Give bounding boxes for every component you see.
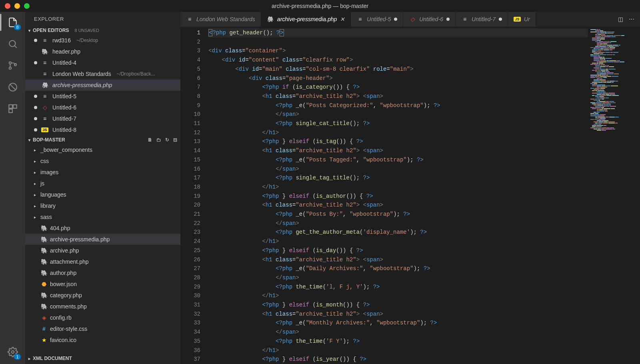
new-file-icon[interactable]: 🗎 <box>148 137 152 143</box>
folder-item[interactable]: ▸js <box>25 178 180 189</box>
editor-tab[interactable]: ≡Untitled-5 <box>351 12 403 27</box>
open-editor-item[interactable]: ≡Untitled-4 <box>25 57 180 68</box>
modified-dot <box>34 106 37 109</box>
open-editor-item[interactable]: JSUntitled-8 <box>25 124 180 135</box>
file-name: Untitled-8 <box>52 127 76 133</box>
modified-dot <box>394 18 397 21</box>
file-name: comments.php <box>50 303 87 310</box>
open-editor-item[interactable]: 🐘archive-pressmedia.php <box>25 80 180 91</box>
file-item[interactable]: ◈config.rb <box>25 312 180 323</box>
debug-activity[interactable] <box>6 81 19 93</box>
file-name: header.php <box>52 48 80 55</box>
chevron-right-icon: ▸ <box>28 356 30 361</box>
editor-tab[interactable]: ≡Untitled-7 <box>456 12 508 27</box>
file-name: archive.php <box>50 247 79 254</box>
chevron-right-icon: ▸ <box>34 170 38 175</box>
new-folder-icon[interactable]: 🗀 <box>156 137 161 143</box>
search-activity[interactable] <box>6 38 19 50</box>
chevron-right-icon: ▸ <box>34 215 38 219</box>
xml-document-header[interactable]: ▸ XML DOCUMENT <box>25 353 180 364</box>
folder-item[interactable]: ▸sass <box>25 211 180 223</box>
svg-rect-7 <box>9 105 12 108</box>
minimize-window-button[interactable] <box>14 3 20 9</box>
debug-icon <box>8 82 18 92</box>
sidebar: EXPLORER ▾ OPEN EDITORS 8 UNSAVED ≡rwd31… <box>25 12 180 364</box>
refresh-icon[interactable]: ↻ <box>165 137 169 143</box>
file-name: 404.php <box>50 225 70 231</box>
chevron-down-icon: ▾ <box>28 138 30 142</box>
folder-name: languages <box>40 191 66 198</box>
folder-item[interactable]: ▸images <box>25 167 180 178</box>
file-item[interactable]: 🐘category.php <box>25 290 180 301</box>
modified-dot <box>499 18 502 21</box>
editor-tab[interactable]: ≡London Web Standards <box>180 12 261 27</box>
project-header[interactable]: ▾ BOP-MASTER 🗎 🗀 ↻ ⊟ <box>25 135 180 144</box>
open-editor-item[interactable]: 🐘header.php <box>25 46 180 57</box>
file-item[interactable]: #editor-style.css <box>25 323 180 334</box>
folder-item[interactable]: ▸_bower_components <box>25 144 180 155</box>
file-name: archive-pressmedia.php <box>50 236 110 243</box>
file-item[interactable]: 🐘404.php <box>25 223 180 234</box>
file-path: ~/Desktop <box>76 38 98 43</box>
close-icon[interactable]: ✕ <box>340 16 345 22</box>
extensions-activity[interactable] <box>6 102 19 115</box>
chevron-right-icon: ▸ <box>34 159 38 163</box>
tab-label: archive-pressmedia.php <box>277 16 337 22</box>
gutter: 1234567891011121314151617181920212223242… <box>180 27 208 364</box>
open-editor-item[interactable]: ≡Untitled-7 <box>25 113 180 124</box>
file-name: favicon.ico <box>50 337 76 343</box>
code-content[interactable]: <?php get_header(); ?> <div class="conta… <box>208 27 588 364</box>
file-name: bower.json <box>50 281 77 287</box>
split-editor-icon[interactable]: ◫ <box>618 16 623 22</box>
folder-name: library <box>40 203 56 209</box>
settings-activity[interactable]: 1 <box>6 346 19 358</box>
folder-item[interactable]: ▸languages <box>25 189 180 200</box>
file-item[interactable]: ⬣bower.json <box>25 278 180 290</box>
editor-tab[interactable]: JSUr <box>508 12 536 27</box>
explorer-activity[interactable]: 8 <box>6 16 19 29</box>
file-item[interactable]: 🐘attachment.php <box>25 256 180 267</box>
collapse-icon[interactable]: ⊟ <box>173 137 177 143</box>
file-item[interactable]: 🐘author.php <box>25 267 180 278</box>
file-item[interactable]: 🐘archive-pressmedia.php <box>25 234 180 245</box>
file-name: archive-pressmedia.php <box>52 82 112 88</box>
chevron-right-icon: ▸ <box>34 193 38 197</box>
svg-line-1 <box>14 46 16 48</box>
window-title: archive-pressmedia.php — bop-master <box>272 3 368 9</box>
file-path: ~/Dropbox/Back... <box>117 71 155 77</box>
svg-rect-8 <box>13 105 17 108</box>
folder-name: js <box>40 180 44 187</box>
more-icon[interactable]: ⋯ <box>629 16 634 22</box>
close-window-button[interactable] <box>5 3 10 9</box>
folder-item[interactable]: ▸css <box>25 155 180 167</box>
scm-activity[interactable] <box>6 59 19 72</box>
modified-dot <box>34 117 37 120</box>
open-editors-header[interactable]: ▾ OPEN EDITORS 8 UNSAVED <box>25 26 180 35</box>
explorer-badge: 8 <box>14 24 20 30</box>
editor-tab[interactable]: ◇Untitled-6 <box>403 12 456 27</box>
file-item[interactable]: 🐘comments.php <box>25 301 180 312</box>
tabbar: ≡London Web Standards🐘archive-pressmedia… <box>180 12 640 27</box>
folder-name: images <box>40 169 58 175</box>
file-name: Untitled-4 <box>52 60 76 66</box>
open-editor-item[interactable]: ≡rwd316~/Desktop <box>25 35 180 46</box>
chevron-right-icon: ▸ <box>34 148 38 152</box>
sidebar-title: EXPLORER <box>25 12 180 26</box>
open-editor-item[interactable]: ≡London Web Standards~/Dropbox/Back... <box>25 68 180 80</box>
editor-tab[interactable]: 🐘archive-pressmedia.php✕ <box>261 12 351 27</box>
modified-dot <box>34 95 37 98</box>
minimap[interactable] <box>588 27 640 364</box>
tabbar-actions: ◫⋯ <box>612 12 640 27</box>
file-item[interactable]: ★favicon.ico <box>25 334 180 346</box>
file-item[interactable]: 🐘archive.php <box>25 245 180 256</box>
svg-point-2 <box>9 62 11 64</box>
open-editor-item[interactable]: ≡Untitled-5 <box>25 91 180 102</box>
open-editors-list: ≡rwd316~/Desktop🐘header.php≡Untitled-4≡L… <box>25 35 180 135</box>
open-editor-item[interactable]: ◇Untitled-6 <box>25 102 180 113</box>
editor-body[interactable]: 1234567891011121314151617181920212223242… <box>180 27 640 364</box>
file-name: attachment.php <box>50 259 89 265</box>
tab-label: Ur <box>524 16 530 22</box>
svg-line-6 <box>10 84 16 90</box>
folder-item[interactable]: ▸library <box>25 200 180 211</box>
maximize-window-button[interactable] <box>24 3 30 9</box>
